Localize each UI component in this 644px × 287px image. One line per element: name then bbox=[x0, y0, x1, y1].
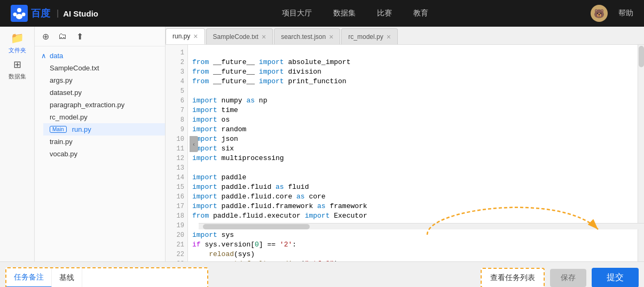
sidebar-label-datasets: 数据集 bbox=[9, 73, 26, 81]
tab-samplecode[interactable]: SampleCode.txt × bbox=[206, 28, 273, 44]
upload-button[interactable]: ⬆ bbox=[74, 31, 85, 42]
main-area: 📁 文件夹 ⊞ 数据集 ⊕ 🗂 ⬆ ∧ data SampleCode.txt bbox=[0, 27, 644, 261]
view-tasks-button[interactable]: 查看任务列表 bbox=[481, 268, 545, 288]
file-item-run[interactable]: Main run.py bbox=[43, 123, 165, 135]
sidebar-item-files[interactable]: 📁 文件夹 bbox=[6, 32, 28, 53]
baidu-text: 百度 bbox=[31, 7, 50, 20]
folder-collapse-icon: ∧ bbox=[41, 52, 46, 60]
file-item-vocab[interactable]: vocab.py bbox=[43, 148, 165, 160]
task-note-input[interactable] bbox=[82, 274, 207, 282]
file-item-label: SampleCode.txt bbox=[50, 64, 99, 72]
main-badge: Main bbox=[50, 126, 67, 133]
folder-icon: 📁 bbox=[11, 31, 24, 44]
file-item-label: paragraph_extraction.py bbox=[50, 101, 124, 109]
horizontal-scrollbar[interactable] bbox=[199, 223, 644, 229]
folder-data[interactable]: ∧ data bbox=[35, 50, 165, 62]
file-item-paragraph[interactable]: paragraph_extraction.py bbox=[43, 99, 165, 111]
task-note-tab[interactable]: 任务备注 bbox=[6, 268, 52, 288]
nav-item-competition[interactable]: 比赛 bbox=[377, 9, 392, 18]
file-panel-toolbar: ⊕ 🗂 ⬆ bbox=[35, 27, 165, 46]
file-item-args[interactable]: args.py bbox=[43, 74, 165, 86]
baseline-tab[interactable]: 基线 bbox=[52, 268, 82, 288]
nav-item-datasets[interactable]: 数据集 bbox=[333, 9, 356, 18]
svg-point-3 bbox=[16, 14, 22, 19]
tab-label: SampleCode.txt bbox=[213, 33, 258, 41]
tab-close-run-py[interactable]: × bbox=[193, 32, 198, 41]
tab-search-test[interactable]: search.test.json × bbox=[274, 28, 340, 44]
right-action-area: 查看任务列表 保存 提交 bbox=[214, 268, 639, 288]
tab-run-py[interactable]: run.py × bbox=[166, 28, 205, 44]
ai-studio-brand: AI Studio bbox=[63, 9, 98, 18]
file-item-label: train.py bbox=[50, 138, 73, 146]
nav-right: 🐻 帮助 bbox=[591, 5, 633, 22]
grid-icon: ⊞ bbox=[13, 59, 21, 70]
bottom-bar: 任务备注 基线 查看任务列表 保存 提交 bbox=[0, 261, 644, 287]
file-item-dataset[interactable]: dataset.py bbox=[43, 86, 165, 99]
tab-close-search-test[interactable]: × bbox=[329, 33, 333, 41]
chevron-left-icon: ‹ bbox=[193, 141, 194, 147]
tab-close-samplecode[interactable]: × bbox=[262, 33, 266, 41]
folder-name: data bbox=[50, 52, 63, 60]
help-link[interactable]: 帮助 bbox=[618, 9, 633, 18]
file-item-rcmodel[interactable]: rc_model.py bbox=[43, 111, 165, 123]
file-item-label: run.py bbox=[72, 125, 91, 133]
submit-button[interactable]: 提交 bbox=[592, 268, 639, 287]
horizontal-scrollbar-thumb[interactable] bbox=[203, 224, 310, 229]
nav-item-education[interactable]: 教育 bbox=[413, 9, 428, 18]
scrollbar-thumb[interactable] bbox=[639, 46, 644, 67]
tab-label: rc_model.py bbox=[348, 33, 383, 41]
logo-area: 百度 | AI Studio bbox=[11, 5, 98, 22]
line-numbers: 12345 678910 1112131415 1617181920 21222… bbox=[166, 45, 188, 261]
top-navigation: 百度 | AI Studio 项目大厅 数据集 比赛 教育 🐻 帮助 bbox=[0, 0, 644, 27]
new-folder-button[interactable]: 🗂 bbox=[57, 31, 68, 42]
sidebar: 📁 文件夹 ⊞ 数据集 bbox=[0, 27, 35, 261]
sidebar-item-datasets[interactable]: ⊞ 数据集 bbox=[6, 59, 28, 80]
nav-item-projects[interactable]: 项目大厅 bbox=[282, 9, 312, 18]
tab-label: run.py bbox=[172, 33, 190, 40]
file-item-train[interactable]: train.py bbox=[43, 135, 165, 148]
tab-label: search.test.json bbox=[281, 33, 326, 41]
tabs-bar: run.py × SampleCode.txt × search.test.js… bbox=[166, 27, 644, 45]
file-panel: ⊕ 🗂 ⬆ ∧ data SampleCode.txt args.py data… bbox=[35, 27, 166, 261]
file-item-label: dataset.py bbox=[50, 89, 82, 97]
sidebar-label-files: 文件夹 bbox=[9, 46, 26, 54]
new-file-button[interactable]: ⊕ bbox=[40, 31, 51, 42]
nav-links: 项目大厅 数据集 比赛 教育 bbox=[120, 9, 591, 18]
file-item-label: rc_model.py bbox=[50, 113, 88, 121]
file-item-samplecode[interactable]: SampleCode.txt bbox=[43, 62, 165, 74]
file-item-label: vocab.py bbox=[50, 150, 77, 158]
baidu-logo-icon bbox=[11, 5, 28, 22]
file-item-label: args.py bbox=[50, 76, 73, 84]
tab-rcmodel[interactable]: rc_model.py × bbox=[341, 28, 398, 44]
save-button[interactable]: 保存 bbox=[550, 269, 586, 287]
panel-collapse-arrow[interactable]: ‹ bbox=[190, 136, 198, 152]
user-avatar[interactable]: 🐻 bbox=[591, 5, 608, 22]
file-tree: ∧ data SampleCode.txt args.py dataset.py… bbox=[35, 46, 165, 163]
task-note-label: 任务备注 bbox=[14, 273, 44, 282]
logo-divider: | bbox=[57, 9, 59, 18]
tab-close-rcmodel[interactable]: × bbox=[387, 33, 391, 41]
svg-point-0 bbox=[17, 8, 21, 12]
task-input-container: 任务备注 基线 bbox=[5, 267, 208, 288]
baseline-label: 基线 bbox=[59, 273, 74, 283]
